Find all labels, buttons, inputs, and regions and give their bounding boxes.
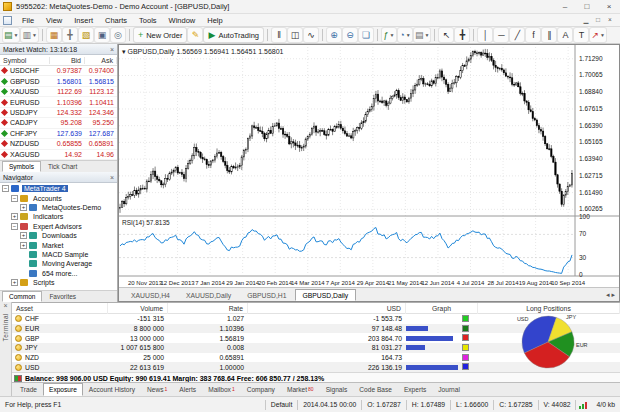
mdi-restore-button[interactable]: □	[592, 16, 604, 24]
market-watch-icon[interactable]: ▦	[47, 28, 61, 42]
market-watch-row[interactable]: NZDUSD0.658550.65891	[0, 139, 117, 149]
chart-document-icon[interactable]	[3, 16, 12, 25]
column-volume[interactable]: Volume	[108, 303, 168, 314]
strategy-tester-icon[interactable]: ◎	[111, 28, 125, 42]
chart-tab-xauusd-daily[interactable]: XAUUSD,Daily	[178, 289, 239, 301]
zoom-in-icon[interactable]: ⊕	[327, 28, 341, 42]
status-profile[interactable]: Default	[266, 401, 298, 408]
tree-item-scripts[interactable]: +Scripts	[0, 278, 117, 287]
column-bid[interactable]: Bid	[50, 57, 85, 64]
horizontal-line-icon[interactable]: ─	[494, 28, 508, 42]
bar-chart-icon[interactable]: ‖	[272, 28, 286, 42]
terminal-tab-trade[interactable]: Trade	[14, 383, 43, 396]
line-chart-icon[interactable]: ∿	[304, 28, 318, 42]
expand-icon[interactable]: +	[11, 279, 18, 286]
terminal-tab-exposure[interactable]: Exposure	[43, 383, 83, 396]
market-watch-row[interactable]: XAGUSD14.9214.96	[0, 150, 117, 160]
tile-windows-icon[interactable]: ❏	[359, 28, 373, 42]
tree-item-market[interactable]: +Market	[0, 240, 117, 249]
tree-item-moving-average[interactable]: Moving Average	[0, 259, 117, 268]
menu-tools[interactable]: Tools	[133, 14, 163, 27]
terminal-tab-account-history[interactable]: Account History	[83, 383, 141, 396]
connection-status-icon[interactable]	[576, 401, 591, 409]
market-watch-close-icon[interactable]: ×	[110, 46, 114, 53]
tree-item-metaquotes-demo[interactable]: +MetaQuotes-Demo	[0, 203, 117, 212]
zoom-out-icon[interactable]: ⊖	[343, 28, 357, 42]
tab-symbols[interactable]: Symbols	[2, 161, 41, 172]
market-watch-row[interactable]: CHFJPY127.639127.687	[0, 129, 117, 139]
terminal-tab-signals[interactable]: Signals	[320, 383, 354, 396]
collapse-icon[interactable]: −	[11, 195, 18, 202]
column-asset[interactable]: Asset	[12, 303, 108, 314]
terminal-tab-mailbox[interactable]: Mailbox1	[202, 383, 241, 396]
profiles-icon[interactable]: ▥▼	[21, 28, 37, 42]
minimize-button[interactable]: –	[554, 0, 576, 14]
chart-tab-scroll-arrows[interactable]: ◂ ▸	[606, 291, 619, 301]
column-rate[interactable]: Rate	[168, 303, 248, 314]
terminal-tab-market[interactable]: Market80	[281, 383, 320, 396]
column-ask[interactable]: Ask	[85, 57, 117, 64]
equidistant-channel-icon[interactable]: ∥	[542, 28, 556, 42]
menu-window[interactable]: Window	[163, 14, 202, 27]
terminal-tab-alerts[interactable]: Alerts	[173, 383, 202, 396]
chart-tab-xauusd-h4[interactable]: XAUUSD,H4	[123, 289, 178, 301]
chart-tab-gbpusd-daily[interactable]: GBPUSD,Daily	[295, 289, 357, 301]
new-chart-icon[interactable]: ▤▼	[3, 28, 19, 42]
cursor-icon[interactable]: ↖	[439, 28, 453, 42]
new-order-button[interactable]: +New Order	[134, 28, 187, 42]
collapse-icon[interactable]: −	[2, 185, 9, 192]
crosshair-icon[interactable]: ╋	[455, 28, 469, 42]
fibonacci-icon[interactable]: f	[526, 28, 540, 42]
expand-icon[interactable]: +	[20, 232, 27, 239]
tab-tick-chart[interactable]: Tick Chart	[41, 161, 84, 172]
chart-ohlc-label[interactable]: ▾ GBPUSD,Daily 1.56569 1.56941 1.56451 1…	[122, 48, 284, 56]
close-button[interactable]: ×	[598, 0, 620, 14]
tree-item-654-more-[interactable]: 654 more...	[0, 269, 117, 278]
menu-insert[interactable]: Insert	[68, 14, 99, 27]
chart-window[interactable]: 1.712901.700651.688401.676151.663901.651…	[118, 44, 620, 302]
column-symbol[interactable]: Symbol	[0, 57, 50, 64]
market-watch-row[interactable]: USDCHF0.973870.97400	[0, 66, 117, 76]
arrows-icon[interactable]: ↗▼	[590, 28, 606, 42]
menu-file[interactable]: File	[16, 14, 40, 27]
data-window-icon[interactable]: ╋	[63, 28, 77, 42]
market-watch-row[interactable]: USDJPY124.332124.346	[0, 108, 117, 118]
periods-icon[interactable]: ◔▼	[398, 28, 412, 42]
market-watch-row[interactable]: EURUSD1.103961.10411	[0, 97, 117, 107]
column-usd[interactable]: USD	[248, 303, 406, 314]
menu-view[interactable]: View	[40, 14, 68, 27]
collapse-icon[interactable]: −	[11, 223, 18, 230]
market-watch-row[interactable]: GBPUSD1.568011.56815	[0, 76, 117, 86]
terminal-icon[interactable]: ▣	[95, 28, 109, 42]
terminal-close-icon[interactable]: ×	[3, 302, 7, 311]
chart-tab-gbpusd-h1[interactable]: GBPUSD,H1	[239, 289, 294, 301]
mdi-close-button[interactable]: ×	[604, 16, 616, 24]
navigator-close-icon[interactable]: ×	[110, 174, 114, 181]
terminal-tab-news[interactable]: News1	[141, 383, 173, 396]
text-label-icon[interactable]: T	[574, 28, 588, 42]
terminal-tab-journal[interactable]: Journal	[432, 383, 466, 396]
tab-favorites[interactable]: Favorites	[42, 291, 83, 302]
menu-help[interactable]: Help	[201, 14, 228, 27]
vertical-line-icon[interactable]: │	[478, 28, 492, 42]
terminal-tab-company[interactable]: Company	[241, 383, 281, 396]
candlestick-chart-icon[interactable]: ◫	[288, 28, 302, 42]
column-graph[interactable]: Graph	[406, 303, 478, 314]
tree-item-accounts[interactable]: −Accounts	[0, 193, 117, 202]
terminal-tab-code-base[interactable]: Code Base	[353, 383, 398, 396]
market-watch-row[interactable]: CADJPY95.20895.250	[0, 118, 117, 128]
status-traffic[interactable]: 4/0 kb	[591, 401, 620, 408]
terminal-tab-experts[interactable]: Experts	[398, 383, 432, 396]
metaeditor-icon[interactable]: ✎	[188, 28, 202, 42]
tree-item-downloads[interactable]: +Downloads	[0, 231, 117, 240]
price-chart[interactable]: 1.712901.700651.688401.676151.663901.651…	[119, 45, 619, 287]
menu-charts[interactable]: Charts	[99, 14, 133, 27]
text-icon[interactable]: A	[558, 28, 572, 42]
expand-icon[interactable]: +	[20, 204, 27, 211]
tree-item-macd-sample[interactable]: MACD Sample	[0, 250, 117, 259]
autotrading-button[interactable]: ▶AutoTrading	[204, 28, 263, 42]
navigator-icon[interactable]: ▧	[79, 28, 93, 42]
market-watch-row[interactable]: XAUUSD1122.691123.12	[0, 87, 117, 97]
trendline-icon[interactable]: ╱	[510, 28, 524, 42]
maximize-button[interactable]: □	[576, 0, 598, 14]
